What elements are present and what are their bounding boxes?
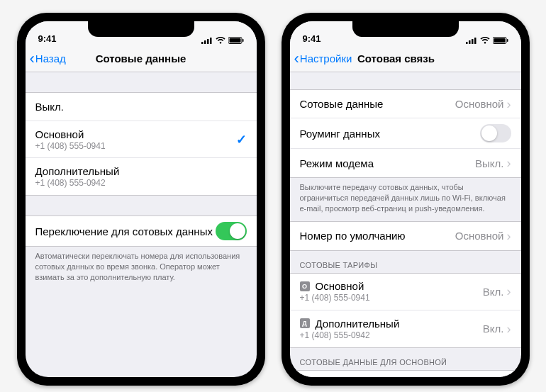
page-title: Сотовая связь bbox=[357, 52, 435, 65]
battery-icon bbox=[228, 37, 244, 44]
sim-name: Дополнительный bbox=[35, 165, 247, 177]
back-label: Настройки bbox=[300, 52, 352, 65]
svg-rect-7 bbox=[466, 42, 468, 44]
plan-row-primary[interactable]: О Основной +1 (408) 555-0941 Вкл. › bbox=[290, 274, 521, 310]
svg-rect-2 bbox=[207, 39, 209, 44]
svg-rect-6 bbox=[243, 39, 244, 42]
notch bbox=[88, 21, 194, 37]
off-row[interactable]: Выкл. bbox=[26, 93, 257, 121]
svg-rect-12 bbox=[494, 38, 505, 43]
svg-rect-13 bbox=[507, 39, 508, 42]
hotspot-row[interactable]: Режим модема Выкл. › bbox=[290, 149, 521, 177]
cellular-footer: Выключите передачу сотовых данных, чтобы… bbox=[290, 178, 521, 221]
checkmark-icon: ✓ bbox=[236, 132, 247, 147]
roaming-label: Роуминг данных bbox=[300, 128, 380, 140]
usage-group: Текущий период 56,8 КБ bbox=[290, 370, 521, 377]
page-title: Сотовые данные bbox=[96, 52, 186, 65]
default-line-value: Основной bbox=[455, 230, 504, 242]
nav-bar: ‹ Настройки Сотовая связь bbox=[290, 45, 521, 72]
svg-rect-3 bbox=[210, 38, 212, 44]
plan-name: Дополнительный bbox=[316, 318, 400, 330]
usage-row[interactable]: Текущий период 56,8 КБ bbox=[290, 371, 521, 377]
chevron-right-icon: › bbox=[507, 157, 511, 169]
notch bbox=[352, 21, 459, 37]
cellular-data-label: Сотовые данные bbox=[300, 98, 384, 110]
default-line-row[interactable]: Номер по умолчанию Основной › bbox=[290, 222, 521, 250]
battery-icon bbox=[493, 37, 508, 44]
content-right: Сотовые данные Основной › Роуминг данных… bbox=[290, 72, 521, 377]
plan-name: Основной bbox=[316, 280, 364, 292]
wifi-icon bbox=[480, 37, 490, 44]
signal-icon bbox=[201, 37, 213, 44]
svg-rect-10 bbox=[474, 38, 477, 44]
switching-footer: Автоматически переключать номера для исп… bbox=[26, 247, 257, 290]
chevron-right-icon: › bbox=[507, 98, 511, 111]
content-left: Выкл. Основной +1 (408) 555-0941 ✓ Допол… bbox=[26, 72, 257, 290]
sim-name: Основной bbox=[35, 128, 236, 140]
nav-bar: ‹ Назад Сотовые данные bbox=[26, 45, 257, 72]
back-button[interactable]: ‹ Настройки bbox=[294, 51, 352, 67]
chevron-left-icon: ‹ bbox=[294, 51, 299, 67]
wifi-icon bbox=[216, 37, 225, 44]
status-time: 9:41 bbox=[38, 33, 57, 44]
chevron-left-icon: ‹ bbox=[30, 51, 35, 67]
svg-rect-1 bbox=[204, 40, 206, 44]
off-label: Выкл. bbox=[35, 101, 64, 113]
plan-value: Вкл. bbox=[483, 323, 504, 335]
screen-right: 9:41 ‹ Настройки Сотовая связь bbox=[290, 21, 521, 377]
status-time: 9:41 bbox=[303, 33, 321, 44]
hotspot-value: Выкл. bbox=[475, 157, 503, 169]
signal-icon bbox=[466, 37, 477, 44]
svg-rect-0 bbox=[201, 42, 204, 44]
cellular-group: Сотовые данные Основной › Роуминг данных… bbox=[290, 89, 521, 178]
roaming-toggle[interactable] bbox=[480, 124, 511, 142]
default-line-label: Номер по умолчанию bbox=[300, 230, 406, 242]
roaming-row[interactable]: Роуминг данных bbox=[290, 118, 521, 149]
chevron-right-icon: › bbox=[507, 230, 511, 242]
cellular-data-value: Основной bbox=[455, 98, 504, 110]
plans-header: СОТОВЫЕ ТАРИФЫ bbox=[290, 251, 521, 273]
sim-row-secondary[interactable]: Дополнительный +1 (408) 555-0942 bbox=[26, 158, 257, 195]
screen-left: 9:41 ‹ Назад Сотовые данные bbox=[26, 21, 257, 377]
plan-phone: +1 (408) 555-0942 bbox=[300, 330, 483, 340]
plan-phone: +1 (408) 555-0941 bbox=[300, 293, 483, 303]
sim-badge-icon: Д bbox=[300, 318, 310, 328]
svg-rect-8 bbox=[469, 40, 471, 44]
sim-row-primary[interactable]: Основной +1 (408) 555-0941 ✓ bbox=[26, 121, 257, 158]
switching-label: Переключение для сотовых данных bbox=[35, 225, 213, 237]
back-label: Назад bbox=[35, 52, 66, 65]
sim-badge-icon: О bbox=[300, 281, 310, 291]
cellular-switching-row[interactable]: Переключение для сотовых данных bbox=[26, 216, 257, 246]
chevron-right-icon: › bbox=[507, 323, 511, 335]
back-button[interactable]: ‹ Назад bbox=[30, 51, 66, 67]
phone-frame-left: 9:41 ‹ Назад Сотовые данные bbox=[17, 13, 265, 386]
switching-toggle[interactable] bbox=[216, 222, 247, 240]
usage-header: СОТОВЫЕ ДАННЫЕ ДЛЯ ОСНОВНОЙ bbox=[290, 348, 521, 370]
sim-phone: +1 (408) 555-0942 bbox=[35, 178, 247, 188]
plan-row-secondary[interactable]: Д Дополнительный +1 (408) 555-0942 Вкл. … bbox=[290, 310, 521, 347]
hotspot-label: Режим модема bbox=[300, 157, 374, 169]
sim-selection-group: Выкл. Основной +1 (408) 555-0941 ✓ Допол… bbox=[26, 92, 257, 196]
plan-value: Вкл. bbox=[483, 286, 504, 298]
chevron-right-icon: › bbox=[507, 285, 511, 298]
phone-frame-right: 9:41 ‹ Настройки Сотовая связь bbox=[282, 13, 530, 386]
svg-rect-5 bbox=[229, 38, 240, 43]
default-line-group: Номер по умолчанию Основной › bbox=[290, 221, 521, 251]
cellular-data-row[interactable]: Сотовые данные Основной › bbox=[290, 90, 521, 118]
sim-phone: +1 (408) 555-0941 bbox=[35, 141, 236, 151]
switch-group: Переключение для сотовых данных bbox=[26, 215, 257, 247]
svg-rect-9 bbox=[472, 39, 474, 44]
plans-group: О Основной +1 (408) 555-0941 Вкл. › Д bbox=[290, 273, 521, 348]
